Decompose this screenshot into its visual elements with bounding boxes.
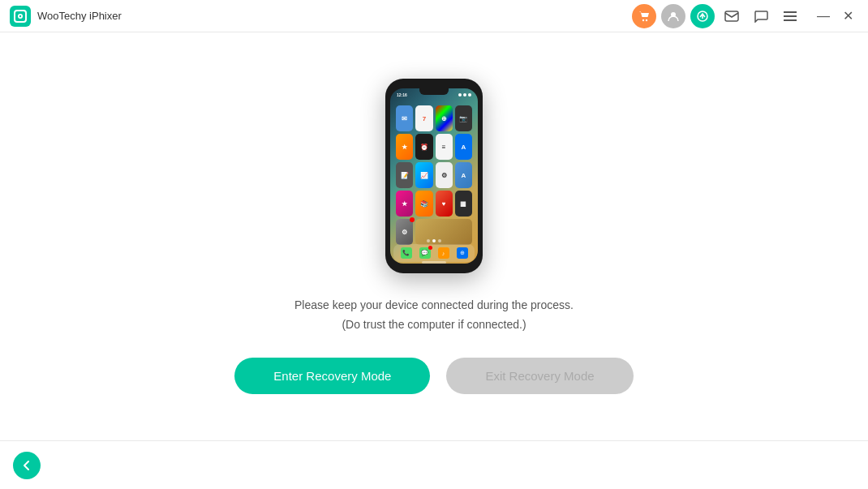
enter-recovery-button[interactable]: Enter Recovery Mode	[234, 358, 430, 394]
app-icon-mail: ✉	[396, 105, 413, 131]
app-icon-camera: 📷	[455, 105, 472, 131]
back-button[interactable]	[13, 452, 41, 479]
menu-icon-btn[interactable]	[778, 4, 802, 28]
chat-icon-btn[interactable]	[749, 4, 773, 28]
mail-icon-btn[interactable]	[720, 4, 744, 28]
phone-container: 12:16 ✉ 7 ⊕ 📷 ★ ⏰	[385, 79, 483, 273]
app-icon-books: 📚	[415, 191, 432, 217]
upgrade-icon-btn[interactable]	[690, 4, 715, 28]
title-bar-right: — ✕	[632, 4, 858, 28]
buttons-row: Enter Recovery Mode Exit Recovery Mode	[234, 358, 633, 394]
window-controls: — ✕	[812, 8, 858, 24]
phone-screen: 12:16 ✉ 7 ⊕ 📷 ★ ⏰	[390, 88, 478, 264]
app-icon-appstore: A	[455, 134, 472, 160]
title-bar: WooTechy iPhixer	[0, 0, 868, 32]
app-icon-3: ≡	[436, 134, 453, 160]
phone-illustration: 12:16 ✉ 7 ⊕ 📷 ★ ⏰	[385, 79, 483, 273]
svg-point-3	[642, 19, 644, 20]
status-time: 12:16	[397, 92, 407, 97]
app-icon-star: ★	[396, 191, 413, 217]
bottom-bar	[0, 440, 868, 489]
app-icon-calendar: 7	[415, 105, 432, 131]
user-icon-btn[interactable]	[661, 4, 685, 28]
dock-phone: 📞	[401, 247, 412, 259]
app-title: WooTechy iPhixer	[37, 10, 122, 22]
instruction-line2: (Do trust the computer if connected.)	[294, 315, 574, 335]
page-dots	[427, 239, 441, 242]
instructions: Please keep your device connected during…	[294, 296, 574, 335]
app-logo	[10, 6, 31, 27]
app-icon-stocks: 📈	[415, 162, 432, 188]
app-icon-heart: ♥	[436, 191, 453, 217]
svg-point-4	[646, 19, 647, 20]
main-content: 12:16 ✉ 7 ⊕ 📷 ★ ⏰	[0, 32, 868, 440]
minimize-button[interactable]: —	[812, 8, 835, 24]
app-grid: ✉ 7 ⊕ 📷 ★ ⏰ ≡ A 📝 📈 ⚙ A ★ 📚	[393, 103, 475, 247]
messages-badge	[428, 246, 432, 250]
svg-point-2	[19, 15, 21, 16]
home-indicator	[422, 261, 446, 264]
app-icon-notes: 📝	[396, 162, 413, 188]
app-icon-settings: ⚙	[396, 219, 413, 245]
app-icon-dark: ▦	[455, 191, 472, 217]
cart-icon-btn[interactable]	[632, 4, 656, 28]
status-icons	[458, 93, 471, 97]
app-icon-clock: ⏰	[415, 134, 432, 160]
instruction-line1: Please keep your device connected during…	[294, 296, 574, 315]
dock-messages: 💬	[419, 247, 431, 259]
phone-dock: 📞 💬 ♪ ⊕	[393, 244, 475, 262]
dock-safari: ⊕	[457, 247, 468, 259]
app-icon-settings2: ⚙	[436, 162, 453, 188]
close-button[interactable]: ✕	[838, 8, 858, 24]
app-icon-photos: ⊕	[436, 105, 453, 131]
app-icon-beach	[415, 219, 472, 245]
dock-music: ♪	[438, 247, 449, 259]
settings-badge	[410, 217, 415, 222]
phone-notch	[419, 88, 449, 95]
app-icon-app2: A	[455, 162, 472, 188]
title-bar-left: WooTechy iPhixer	[10, 6, 122, 27]
exit-recovery-button[interactable]: Exit Recovery Mode	[446, 358, 633, 394]
app-icon-1: ★	[396, 134, 413, 160]
svg-rect-7	[725, 11, 738, 21]
